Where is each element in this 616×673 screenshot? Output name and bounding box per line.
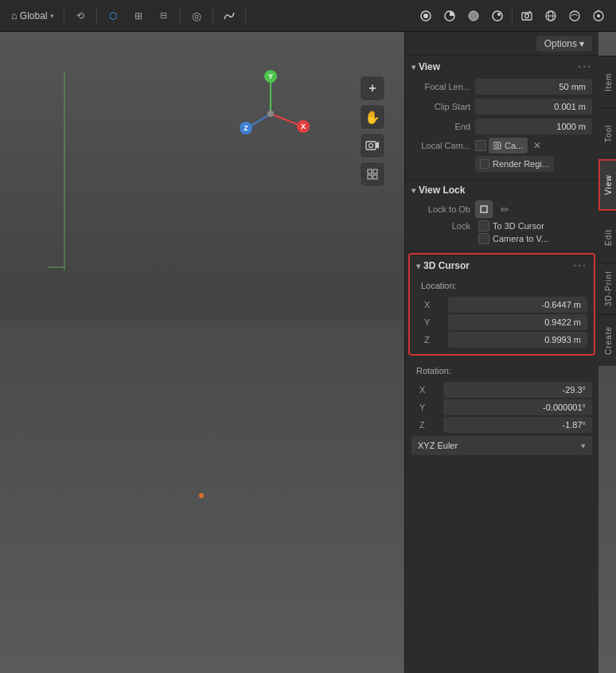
sidebar-tab-view[interactable]: View (598, 159, 616, 211)
green-line-vertical (64, 72, 65, 270)
local-cam-btn[interactable]: Ca... (489, 138, 528, 154)
render-region-row: Render Regi... (411, 156, 592, 172)
tool-tab-label: Tool (604, 125, 613, 142)
rotation-x-value[interactable]: -29.3° (443, 382, 592, 398)
globe-icon (544, 10, 557, 22)
cursor-x-value[interactable]: -0.6447 m (448, 297, 587, 313)
section-dots: ··· (578, 60, 592, 73)
orientation-label: Global (20, 10, 48, 21)
zoom-in-btn[interactable]: + (360, 76, 385, 101)
chevron-icon: ▾ (416, 262, 420, 270)
cursor-y-value[interactable]: 0.9422 m (448, 314, 587, 330)
clip-end-value[interactable]: 1000 m (475, 119, 592, 134)
grid-icon (366, 168, 379, 181)
svg-point-5 (497, 13, 501, 16)
svg-rect-29 (373, 169, 377, 173)
rotation-label: Rotation: (411, 366, 451, 375)
sidebar-tab-item[interactable]: Item (598, 56, 616, 107)
svg-text:X: X (301, 123, 306, 130)
svg-point-4 (493, 11, 502, 21)
sidebar-tab-edit[interactable]: Edit (598, 211, 616, 263)
right-panel: Options ▾ ▾ View ··· Focal Len... 50 mm … (404, 32, 598, 673)
cursor-y-label: Y (416, 317, 448, 327)
sidebar-tab-create[interactable]: Create (598, 314, 616, 366)
cursor-z-row: Z 0.9993 m (416, 332, 587, 348)
svg-rect-31 (373, 175, 377, 179)
chevron-down-icon: ▾ (50, 12, 54, 20)
transform-orientation-selector[interactable]: ⌂ Global ▾ (6, 7, 59, 24)
lock-ob-edit-btn[interactable]: ✏ (496, 200, 513, 218)
view-section: ▾ View ··· Focal Len... 50 mm Clip Start… (405, 56, 598, 180)
cursor-z-label: Z (416, 335, 448, 344)
rotation-z-value[interactable]: -1.87° (443, 417, 592, 433)
local-cam-text: Ca... (505, 141, 523, 150)
view-tab-label: View (604, 175, 613, 196)
sidebar-tabs: Item Tool View Edit 3D-Print Create (598, 56, 616, 366)
grid-view-btn[interactable] (360, 161, 385, 187)
to-3d-cursor-checkbox[interactable] (478, 220, 489, 231)
render-region-checkbox[interactable] (480, 159, 489, 169)
viewport-shading-1-btn[interactable] (415, 5, 437, 27)
sidebar-tab-tool[interactable]: Tool (598, 107, 616, 159)
grid-2-btn[interactable]: ⊟ (153, 5, 175, 27)
rotation-section: Rotation: X -29.3° Y -0.000001° Z -1.87°… (405, 357, 598, 460)
clip-end-row: End 1000 m (411, 118, 592, 135)
pan-btn[interactable]: ✋ (360, 104, 385, 130)
lock-3d-cursor-row: Lock To 3D Cursor (411, 220, 592, 231)
local-cam-close-btn[interactable]: ✕ (530, 138, 544, 153)
lock-to-ob-row: Lock to Ob ✏ (411, 200, 592, 218)
svg-point-11 (570, 11, 579, 21)
cursor-x-row: X -0.6447 m (416, 297, 587, 313)
camera-icon (365, 140, 380, 151)
toolbar-sep-2 (96, 8, 97, 24)
svg-point-7 (525, 14, 529, 18)
viewport-shading-2-btn[interactable] (439, 5, 461, 27)
lock-cursor-controls: To 3D Cursor (478, 220, 592, 231)
proportional-editing-btn[interactable]: ◎ (185, 5, 208, 27)
view-section-header: ▾ View ··· (411, 60, 592, 73)
edit-tab-label: Edit (604, 228, 613, 245)
cursor-x-label: X (416, 300, 448, 309)
overlay-1-btn[interactable] (218, 5, 240, 27)
grid-btn[interactable]: ⊞ (127, 5, 150, 27)
euler-dropdown[interactable]: XYZ Euler ▾ (411, 436, 592, 455)
viewport-shading-3-btn[interactable] (462, 5, 485, 27)
focal-length-value[interactable]: 50 mm (475, 79, 592, 95)
local-cam-checkbox[interactable] (475, 140, 486, 151)
camera-to-v-checkbox[interactable] (478, 233, 489, 244)
svg-point-3 (469, 11, 478, 21)
location-label-row: Location: (416, 277, 587, 294)
pivot-point-btn[interactable]: ⟲ (69, 5, 92, 27)
svg-text:Z: Z (244, 124, 248, 132)
3dprint-tab-label: 3D-Print (604, 271, 613, 307)
options-chevron-icon: ▾ (579, 38, 584, 49)
cursor-3d-section: ▾ 3D Cursor ··· Location: X -0.6447 m Y … (408, 253, 595, 356)
create-tab-label: Create (604, 326, 613, 355)
local-cam-controls: Ca... ✕ (475, 138, 592, 154)
layers-btn[interactable] (563, 5, 586, 27)
chevron-icon: ▾ (411, 63, 415, 72)
camera-icon-btn[interactable] (516, 5, 538, 27)
sidebar-tab-3dprint[interactable]: 3D-Print (598, 263, 616, 314)
cursor-z-value[interactable]: 0.9993 m (448, 332, 587, 348)
item-tab-label: Item (604, 72, 613, 91)
view-section-title: View (419, 61, 440, 72)
square-icon (479, 204, 489, 214)
render-icon-btn[interactable] (587, 5, 610, 27)
axis-widget: Y X Z (231, 70, 310, 142)
focal-length-label: Focal Len... (411, 82, 475, 91)
svg-rect-28 (368, 169, 372, 173)
camera-view-btn[interactable] (360, 133, 385, 158)
rotation-y-value[interactable]: -0.000001° (443, 399, 592, 415)
lock-ob-selector-btn[interactable] (475, 200, 493, 218)
world-btn[interactable] (540, 5, 562, 27)
clip-start-value[interactable]: 0.001 m (475, 99, 592, 115)
render-region-btn[interactable]: Render Regi... (475, 156, 554, 172)
green-line-horizontal (48, 266, 64, 268)
cursor-dots: ··· (573, 259, 587, 272)
viewport-shading-4-btn[interactable] (486, 5, 509, 27)
snap-btn[interactable]: ⬡ (102, 5, 124, 27)
options-button[interactable]: Options ▾ (536, 36, 592, 52)
svg-point-13 (597, 14, 600, 18)
toolbar-right (415, 5, 610, 27)
